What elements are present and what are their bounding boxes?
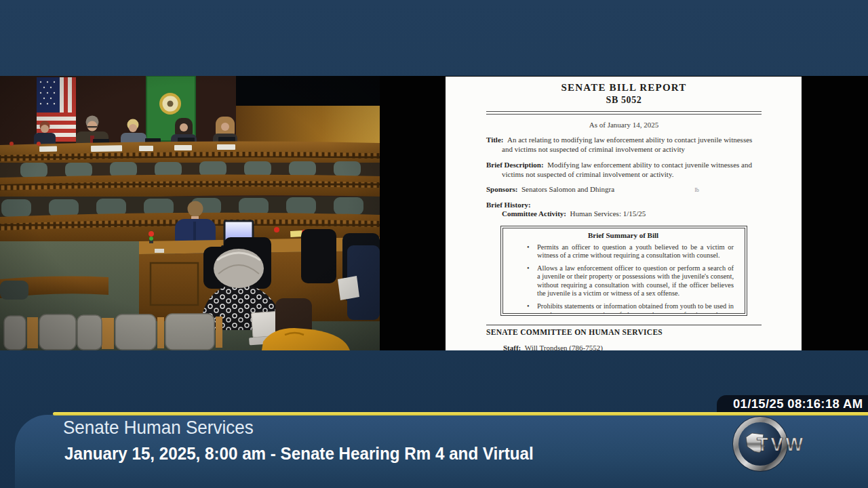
- staff-text: Will Trondsen (786-7552): [525, 344, 603, 351]
- committee-heading: SENATE COMMITTEE ON HUMAN SERVICES: [486, 328, 762, 336]
- sponsors-text: Senators Salomon and Dhingra: [521, 185, 614, 193]
- summary-box-title: Brief Summary of Bill: [513, 231, 734, 239]
- title-text: An act relating to modifying law enforce…: [502, 136, 752, 153]
- sponsors-line: Sponsors: Senators Salomon and DhingraIb: [486, 185, 762, 195]
- staff-line: Staff: Will Trondsen (786-7552): [486, 344, 762, 351]
- summary-bullet-1: Permits an officer to question a youth b…: [513, 243, 734, 260]
- double-rule: [486, 111, 762, 115]
- vignette: [0, 76, 380, 350]
- sponsors-label: Sponsors:: [486, 185, 517, 193]
- event-subtitle: January 15, 2025, 8:00 am - Senate Heari…: [64, 443, 534, 464]
- brief-summary-box: Brief Summary of Bill Permits an officer…: [500, 226, 747, 316]
- scan-artifact: Ib: [694, 187, 699, 193]
- logo-text: TVW: [757, 434, 806, 455]
- title-label: Title:: [486, 136, 503, 144]
- hearing-room-scene: [0, 76, 380, 350]
- program-title: Senate Human Services: [63, 417, 254, 439]
- section-rule: [486, 325, 762, 325]
- broadcast-frame: SENATE BILL REPORT SB 5052 As of January…: [0, 0, 868, 488]
- committee-activity-label: Committee Activity:: [502, 209, 566, 218]
- staff-label: Staff:: [503, 344, 521, 351]
- bill-title-paragraph: Title: An act relating to modifying law …: [486, 136, 762, 154]
- brief-description-paragraph: Brief Description: Modifying law enforce…: [486, 161, 762, 179]
- report-heading: SENATE BILL REPORT: [486, 82, 762, 93]
- as-of-date: As of January 14, 2025: [486, 121, 762, 129]
- brief-history-label: Brief History:: [486, 201, 531, 209]
- senate-bill-report-page: SENATE BILL REPORT SB 5052 As of January…: [446, 77, 802, 350]
- timestamp-pill: 01/15/25 08:16:18 AM: [717, 395, 868, 412]
- brief-history-block: Brief History: Committee Activity: Human…: [486, 201, 762, 218]
- timestamp: 01/15/25 08:16:18 AM: [733, 396, 863, 411]
- hearing-room-video: [0, 76, 380, 350]
- brief-description-label: Brief Description:: [486, 161, 544, 169]
- tvw-logo: TVW: [730, 415, 818, 474]
- summary-bullet-2: Allows a law enforcement officer to ques…: [513, 264, 734, 298]
- bill-number: SB 5052: [486, 95, 762, 105]
- summary-bullet-3: Prohibits statements or information obta…: [513, 302, 734, 315]
- stage-letterbox: SENATE BILL REPORT SB 5052 As of January…: [0, 76, 868, 350]
- committee-activity-text: Human Services: 1/15/25: [570, 209, 646, 218]
